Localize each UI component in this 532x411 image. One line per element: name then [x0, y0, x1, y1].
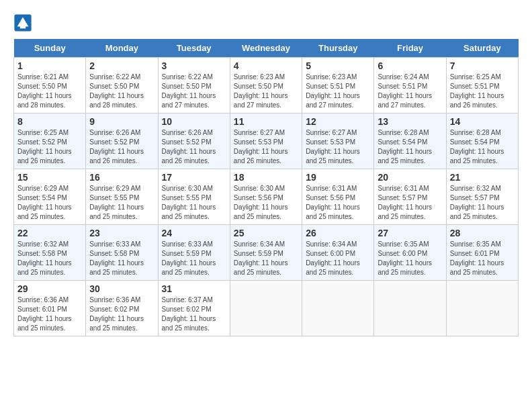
day-info: Sunrise: 6:22 AMSunset: 5:50 PMDaylight:…: [162, 73, 226, 110]
calendar-week-0: 1 Sunrise: 6:21 AMSunset: 5:50 PMDayligh…: [14, 58, 519, 113]
day-info: Sunrise: 6:25 AMSunset: 5:52 PMDaylight:…: [17, 128, 82, 166]
calendar-cell: 30 Sunrise: 6:36 AMSunset: 6:02 PMDaylig…: [86, 281, 158, 336]
day-number: 1: [17, 60, 82, 71]
day-header-tuesday: Tuesday: [158, 39, 230, 58]
calendar-body: 1 Sunrise: 6:21 AMSunset: 5:50 PMDayligh…: [14, 58, 519, 336]
calendar-cell: 7 Sunrise: 6:25 AMSunset: 5:51 PMDayligh…: [446, 58, 518, 113]
day-header-monday: Monday: [86, 39, 158, 58]
calendar-week-3: 22 Sunrise: 6:32 AMSunset: 5:58 PMDaylig…: [14, 225, 519, 281]
day-number: 15: [17, 172, 82, 183]
day-info: Sunrise: 6:35 AMSunset: 6:00 PMDaylight:…: [378, 240, 442, 277]
day-number: 24: [162, 228, 226, 238]
calendar-cell: 15 Sunrise: 6:29 AMSunset: 5:54 PMDaylig…: [14, 169, 86, 225]
day-info: Sunrise: 6:29 AMSunset: 5:54 PMDaylight:…: [17, 184, 82, 222]
day-info: Sunrise: 6:23 AMSunset: 5:51 PMDaylight:…: [306, 73, 370, 110]
day-header-wednesday: Wednesday: [230, 39, 302, 58]
calendar-table: SundayMondayTuesdayWednesdayThursdayFrid…: [13, 39, 519, 336]
day-info: Sunrise: 6:35 AMSunset: 6:01 PMDaylight:…: [450, 240, 515, 277]
day-info: Sunrise: 6:33 AMSunset: 5:59 PMDaylight:…: [162, 240, 226, 277]
calendar-cell: 29 Sunrise: 6:36 AMSunset: 6:01 PMDaylig…: [14, 281, 86, 336]
calendar-cell: 12 Sunrise: 6:27 AMSunset: 5:53 PMDaylig…: [302, 113, 374, 169]
day-info: Sunrise: 6:33 AMSunset: 5:58 PMDaylight:…: [89, 240, 154, 277]
day-number: 9: [89, 116, 154, 127]
day-header-sunday: Sunday: [14, 39, 86, 58]
day-info: Sunrise: 6:29 AMSunset: 5:55 PMDaylight:…: [89, 184, 154, 222]
calendar-cell: 14 Sunrise: 6:28 AMSunset: 5:54 PMDaylig…: [446, 113, 518, 169]
day-number: 5: [306, 60, 370, 71]
calendar-cell: 4 Sunrise: 6:23 AMSunset: 5:50 PMDayligh…: [230, 58, 302, 113]
calendar-header-row: SundayMondayTuesdayWednesdayThursdayFrid…: [14, 39, 519, 58]
day-number: 27: [378, 228, 442, 238]
calendar-cell: 6 Sunrise: 6:24 AMSunset: 5:51 PMDayligh…: [374, 58, 446, 113]
day-number: 13: [378, 116, 442, 127]
day-number: 4: [234, 60, 298, 71]
day-info: Sunrise: 6:36 AMSunset: 6:01 PMDaylight:…: [17, 295, 82, 333]
day-number: 28: [450, 228, 515, 238]
day-info: Sunrise: 6:28 AMSunset: 5:54 PMDaylight:…: [450, 128, 515, 166]
day-number: 30: [89, 283, 154, 294]
day-info: Sunrise: 6:22 AMSunset: 5:50 PMDaylight:…: [89, 73, 154, 110]
calendar-week-2: 15 Sunrise: 6:29 AMSunset: 5:54 PMDaylig…: [14, 169, 519, 225]
day-info: Sunrise: 6:26 AMSunset: 5:52 PMDaylight:…: [89, 128, 154, 166]
day-number: 29: [17, 283, 82, 294]
calendar-cell: 18 Sunrise: 6:30 AMSunset: 5:56 PMDaylig…: [230, 169, 302, 225]
day-info: Sunrise: 6:31 AMSunset: 5:56 PMDaylight:…: [306, 184, 370, 222]
day-info: Sunrise: 6:32 AMSunset: 5:58 PMDaylight:…: [17, 240, 82, 277]
calendar-cell: [302, 281, 374, 336]
day-number: 14: [450, 116, 515, 127]
day-number: 11: [234, 116, 298, 127]
calendar-cell: 23 Sunrise: 6:33 AMSunset: 5:58 PMDaylig…: [86, 225, 158, 281]
day-info: Sunrise: 6:28 AMSunset: 5:54 PMDaylight:…: [378, 128, 442, 166]
day-number: 10: [162, 116, 226, 127]
day-number: 17: [162, 172, 226, 183]
calendar-cell: 9 Sunrise: 6:26 AMSunset: 5:52 PMDayligh…: [86, 113, 158, 169]
calendar-cell: 22 Sunrise: 6:32 AMSunset: 5:58 PMDaylig…: [14, 225, 86, 281]
day-number: 23: [89, 228, 154, 238]
day-number: 21: [450, 172, 515, 183]
day-number: 19: [306, 172, 370, 183]
day-number: 8: [17, 116, 82, 127]
day-number: 26: [306, 228, 370, 238]
calendar-cell: [446, 281, 518, 336]
calendar-cell: 19 Sunrise: 6:31 AMSunset: 5:56 PMDaylig…: [302, 169, 374, 225]
day-info: Sunrise: 6:30 AMSunset: 5:55 PMDaylight:…: [162, 184, 226, 222]
day-number: 3: [162, 60, 226, 71]
day-info: Sunrise: 6:34 AMSunset: 5:59 PMDaylight:…: [234, 240, 298, 277]
day-number: 6: [378, 60, 442, 71]
calendar-cell: 11 Sunrise: 6:27 AMSunset: 5:53 PMDaylig…: [230, 113, 302, 169]
calendar-cell: [374, 281, 446, 336]
day-header-thursday: Thursday: [302, 39, 374, 58]
day-info: Sunrise: 6:25 AMSunset: 5:51 PMDaylight:…: [450, 73, 515, 110]
day-number: 18: [234, 172, 298, 183]
page-header: [13, 13, 519, 32]
day-info: Sunrise: 6:26 AMSunset: 5:52 PMDaylight:…: [162, 128, 226, 166]
day-number: 25: [234, 228, 298, 238]
calendar-cell: 8 Sunrise: 6:25 AMSunset: 5:52 PMDayligh…: [14, 113, 86, 169]
day-info: Sunrise: 6:36 AMSunset: 6:02 PMDaylight:…: [89, 295, 154, 333]
calendar-cell: 28 Sunrise: 6:35 AMSunset: 6:01 PMDaylig…: [446, 225, 518, 281]
day-info: Sunrise: 6:23 AMSunset: 5:50 PMDaylight:…: [234, 73, 298, 110]
calendar-cell: 17 Sunrise: 6:30 AMSunset: 5:55 PMDaylig…: [158, 169, 230, 225]
logo-icon: [13, 13, 32, 32]
day-info: Sunrise: 6:27 AMSunset: 5:53 PMDaylight:…: [234, 128, 298, 166]
day-info: Sunrise: 6:21 AMSunset: 5:50 PMDaylight:…: [17, 73, 82, 110]
day-number: 31: [162, 283, 226, 294]
day-info: Sunrise: 6:37 AMSunset: 6:02 PMDaylight:…: [162, 295, 226, 333]
calendar-cell: 27 Sunrise: 6:35 AMSunset: 6:00 PMDaylig…: [374, 225, 446, 281]
calendar-cell: 25 Sunrise: 6:34 AMSunset: 5:59 PMDaylig…: [230, 225, 302, 281]
calendar-cell: 2 Sunrise: 6:22 AMSunset: 5:50 PMDayligh…: [86, 58, 158, 113]
day-number: 20: [378, 172, 442, 183]
calendar-cell: 31 Sunrise: 6:37 AMSunset: 6:02 PMDaylig…: [158, 281, 230, 336]
day-number: 12: [306, 116, 370, 127]
day-number: 2: [89, 60, 154, 71]
day-header-friday: Friday: [374, 39, 446, 58]
day-header-saturday: Saturday: [446, 39, 518, 58]
calendar-week-4: 29 Sunrise: 6:36 AMSunset: 6:01 PMDaylig…: [14, 281, 519, 336]
calendar-cell: 16 Sunrise: 6:29 AMSunset: 5:55 PMDaylig…: [86, 169, 158, 225]
day-info: Sunrise: 6:27 AMSunset: 5:53 PMDaylight:…: [306, 128, 370, 166]
calendar-cell: 13 Sunrise: 6:28 AMSunset: 5:54 PMDaylig…: [374, 113, 446, 169]
day-number: 7: [450, 60, 515, 71]
day-info: Sunrise: 6:24 AMSunset: 5:51 PMDaylight:…: [378, 73, 442, 110]
calendar-cell: 26 Sunrise: 6:34 AMSunset: 6:00 PMDaylig…: [302, 225, 374, 281]
day-number: 22: [17, 228, 82, 238]
